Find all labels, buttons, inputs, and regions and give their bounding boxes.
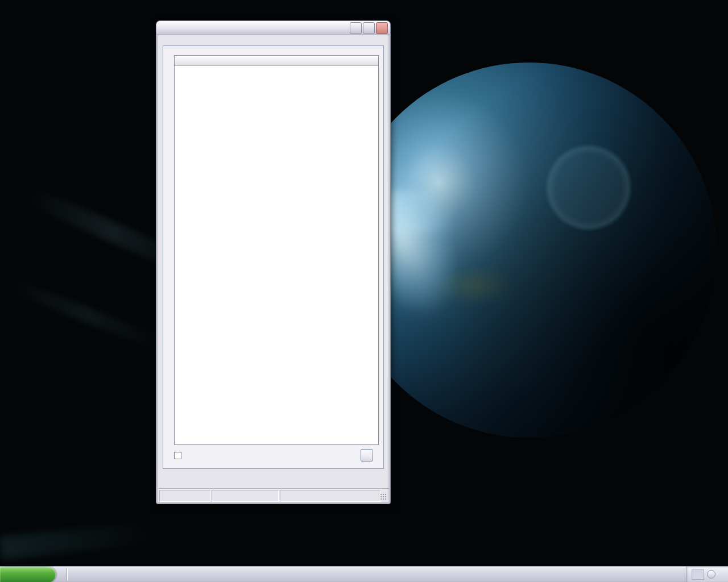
- status-bar: [158, 489, 388, 502]
- maximize-button[interactable]: [363, 22, 375, 34]
- wallpaper-landmass: [421, 259, 529, 313]
- system-tray: [686, 567, 728, 582]
- tray-collapse-chevron-icon[interactable]: [707, 570, 715, 579]
- wallpaper-nebula-streak: [0, 520, 160, 559]
- process-table-header: [175, 56, 378, 66]
- status-process-count: [159, 490, 210, 502]
- start-button[interactable]: [0, 567, 56, 582]
- taskbar: [0, 566, 728, 582]
- taskbar-divider: [67, 568, 67, 581]
- end-process-button[interactable]: [361, 449, 373, 462]
- title-bar[interactable]: [156, 21, 390, 35]
- resize-grip[interactable]: [380, 494, 387, 501]
- minimize-button[interactable]: [350, 22, 362, 34]
- processes-tab-page: [163, 45, 384, 469]
- status-cpu-load: [212, 490, 279, 502]
- wallpaper-nebula-streak: [3, 276, 167, 353]
- wallpaper-lens-flare: [529, 128, 648, 247]
- task-manager-icon: [160, 23, 169, 32]
- desktop: [0, 0, 728, 582]
- tab-strip: [158, 37, 388, 54]
- close-button[interactable]: [376, 22, 388, 34]
- wallpaper-planet-shadow: [341, 63, 717, 438]
- status-memory: [280, 490, 380, 502]
- process-table: [174, 55, 379, 445]
- task-manager-window: [156, 21, 390, 504]
- wallpaper-planet: [341, 63, 717, 438]
- language-indicator[interactable]: [692, 569, 704, 580]
- show-all-users-checkbox[interactable]: [174, 452, 181, 459]
